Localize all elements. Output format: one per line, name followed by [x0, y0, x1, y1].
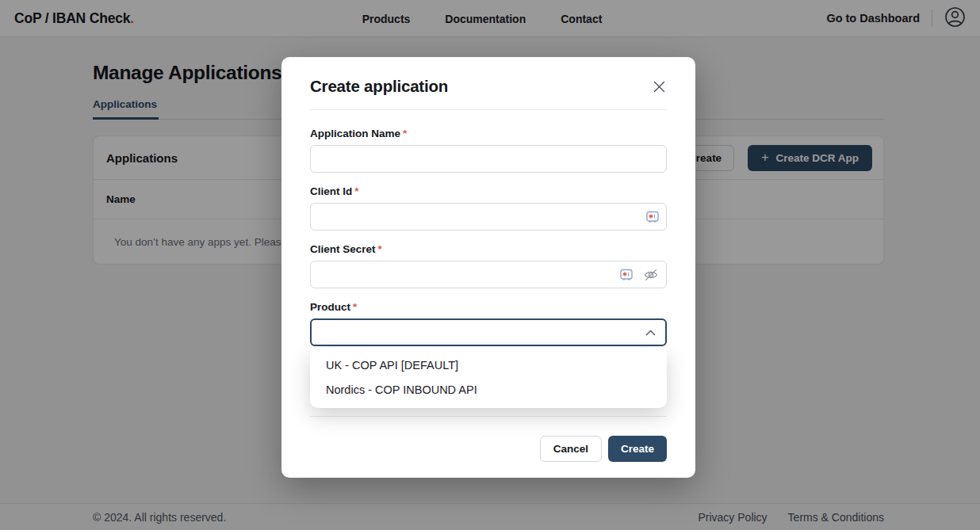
- required-marker: *: [353, 301, 357, 313]
- autofill-button[interactable]: [646, 211, 659, 223]
- toggle-secret-visibility-button[interactable]: [643, 267, 659, 283]
- client-id-input[interactable]: [310, 203, 667, 231]
- application-name-label: Application Name*: [310, 128, 667, 139]
- client-secret-input[interactable]: [310, 261, 667, 288]
- eye-off-icon: [643, 273, 659, 285]
- client-id-label: Client Id*: [310, 185, 667, 197]
- application-name-field: Application Name*: [310, 128, 667, 173]
- password-manager-safe-icon: [620, 272, 633, 284]
- modal-close-button[interactable]: [653, 81, 665, 93]
- cancel-button[interactable]: Cancel: [540, 436, 602, 462]
- modal-body: Application Name* Client Id*: [281, 110, 695, 478]
- chevron-up-icon: [645, 330, 656, 336]
- modal-title: Create application: [310, 77, 667, 96]
- modal-create-button[interactable]: Create: [608, 436, 667, 462]
- close-x-icon: [653, 83, 665, 95]
- product-options-dropdown: UK - COP API [DEFAULT] Nordics - COP INB…: [310, 348, 667, 408]
- required-marker: *: [403, 128, 407, 139]
- product-label: Product*: [310, 301, 667, 313]
- client-secret-field: Client Secret*: [310, 243, 667, 288]
- required-marker: *: [354, 185, 358, 197]
- autofill-button[interactable]: [620, 269, 633, 281]
- product-option-nordics-cop-inbound-api[interactable]: Nordics - COP INBOUND API: [310, 378, 667, 402]
- password-manager-safe-icon: [646, 214, 659, 226]
- obscured-input-top-edge: [310, 416, 667, 417]
- required-marker: *: [378, 243, 382, 255]
- product-select[interactable]: [310, 318, 667, 346]
- modal-actions: Cancel Create: [310, 436, 667, 462]
- application-name-input[interactable]: [310, 145, 667, 173]
- create-application-modal: Create application Application Name* Cli…: [281, 57, 695, 478]
- modal-header: Create application: [281, 57, 695, 109]
- product-field: Product* UK - COP API [DEFAULT] Nordics …: [310, 301, 667, 346]
- client-id-field: Client Id*: [310, 185, 667, 231]
- product-option-uk-cop-api[interactable]: UK - COP API [DEFAULT]: [310, 353, 667, 378]
- client-secret-label: Client Secret*: [310, 243, 667, 255]
